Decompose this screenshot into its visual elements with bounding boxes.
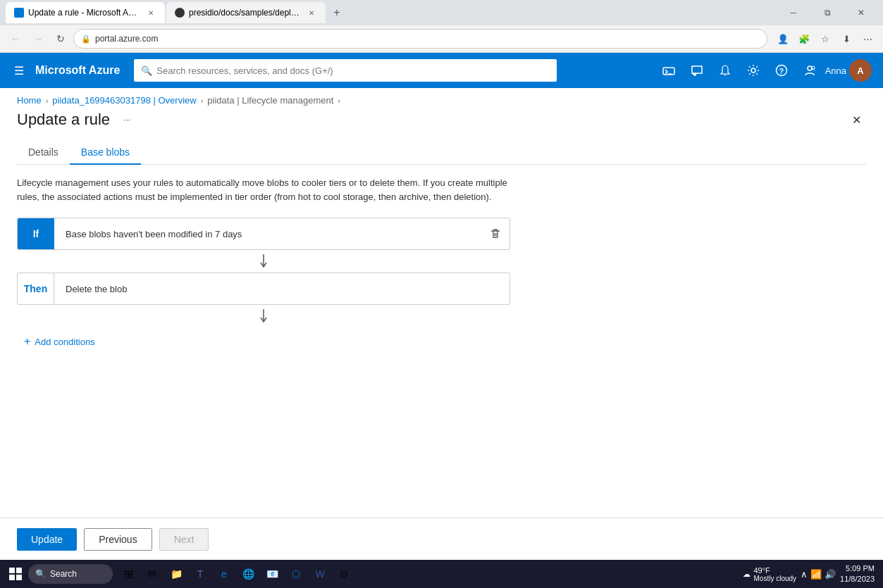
then-rule-text: Delete the blob bbox=[54, 284, 510, 294]
tab-github-close[interactable]: ✕ bbox=[306, 8, 317, 18]
window-close-button[interactable]: ✕ bbox=[845, 1, 877, 24]
panel-close-button[interactable]: ✕ bbox=[846, 110, 866, 130]
down-arrow-icon-1 bbox=[259, 254, 268, 268]
svg-text:?: ? bbox=[779, 67, 784, 75]
user-initials: A bbox=[857, 65, 863, 76]
tab-azure-close[interactable]: ✕ bbox=[145, 8, 156, 18]
reload-button[interactable]: ↻ bbox=[51, 29, 70, 49]
bell-icon bbox=[719, 64, 731, 77]
extensions-button[interactable]: 🧩 bbox=[794, 29, 814, 49]
add-conditions-button[interactable]: + Add conditions bbox=[20, 333, 99, 350]
plus-icon: + bbox=[24, 336, 30, 347]
forward-button[interactable]: → bbox=[28, 29, 48, 49]
tab-bar: Update a rule - Microsoft Azure ✕ presid… bbox=[0, 0, 883, 25]
more-actions-button[interactable]: ··· bbox=[117, 110, 137, 130]
downloads-button[interactable]: ⬇ bbox=[836, 29, 856, 49]
if-rule-row: If Base blobs haven't been modified in 7… bbox=[17, 218, 510, 250]
user-avatar[interactable]: A bbox=[849, 59, 872, 82]
tab-github-label: presidio/docs/samples/deploy... bbox=[189, 8, 302, 18]
if-badge: If bbox=[18, 218, 54, 249]
url-text: portal.azure.com bbox=[95, 34, 158, 44]
favorites-button[interactable]: ☆ bbox=[815, 29, 835, 49]
cloud-shell-icon bbox=[662, 64, 675, 77]
description-text: Lifecycle management uses your rules to … bbox=[17, 176, 510, 204]
breadcrumb-lifecycle[interactable]: piidata | Lifecycle management bbox=[207, 95, 333, 106]
breadcrumb-sep-3: › bbox=[338, 96, 340, 105]
browser-actions: 👤 🧩 ☆ ⬇ ⋯ bbox=[773, 29, 877, 49]
then-badge: Then bbox=[18, 273, 54, 304]
then-rule-row: Then Delete the blob bbox=[17, 273, 510, 305]
profile-button[interactable]: 👤 bbox=[773, 29, 793, 49]
breadcrumb-home[interactable]: Home bbox=[17, 95, 42, 106]
page-title: Update a rule bbox=[17, 111, 110, 129]
new-tab-button[interactable]: + bbox=[327, 3, 347, 23]
back-button[interactable]: ← bbox=[6, 29, 25, 49]
arrow-down-2 bbox=[17, 305, 510, 327]
tab-azure-label: Update a rule - Microsoft Azure bbox=[28, 8, 141, 18]
add-conditions-row: + Add conditions bbox=[17, 327, 510, 356]
breadcrumb-sep-1: › bbox=[46, 96, 49, 105]
user-name[interactable]: Anna bbox=[825, 65, 846, 76]
azure-search-box[interactable]: 🔍 bbox=[134, 59, 557, 82]
browser-chrome: Update a rule - Microsoft Azure ✕ presid… bbox=[0, 0, 883, 53]
search-input[interactable] bbox=[156, 65, 550, 76]
url-bar[interactable]: 🔒 portal.azure.com bbox=[73, 29, 767, 49]
tab-details[interactable]: Details bbox=[17, 141, 70, 165]
tab-azure[interactable]: Update a rule - Microsoft Azure ✕ bbox=[6, 2, 165, 23]
settings-icon bbox=[747, 64, 760, 77]
search-icon: 🔍 bbox=[141, 65, 152, 76]
if-rule-delete-button[interactable] bbox=[481, 218, 510, 249]
portal-feedback-button[interactable] bbox=[684, 58, 710, 83]
delete-icon bbox=[490, 228, 501, 239]
github-favicon bbox=[175, 8, 185, 18]
tab-github[interactable]: presidio/docs/samples/deploy... ✕ bbox=[166, 2, 326, 23]
notifications-button[interactable] bbox=[712, 58, 738, 83]
previous-button[interactable]: Previous bbox=[84, 528, 152, 551]
address-bar: ← → ↻ 🔒 portal.azure.com 👤 🧩 ☆ ⬇ ⋯ bbox=[0, 25, 883, 52]
feedback-icon bbox=[691, 64, 703, 77]
settings-button[interactable] bbox=[741, 58, 766, 83]
directory-button[interactable] bbox=[797, 58, 822, 83]
page-title-actions: ··· bbox=[117, 110, 137, 130]
rule-builder: If Base blobs haven't been modified in 7… bbox=[17, 218, 510, 356]
help-icon: ? bbox=[775, 64, 788, 77]
nav-icons: ? Anna A bbox=[656, 58, 872, 83]
bottom-bar: Update Previous Next bbox=[0, 518, 883, 560]
lock-icon: 🔒 bbox=[81, 35, 91, 44]
tab-base-blobs[interactable]: Base blobs bbox=[70, 141, 141, 165]
update-button[interactable]: Update bbox=[17, 528, 77, 551]
directory-icon bbox=[803, 64, 816, 77]
if-rule-text: Base blobs haven't been modified in 7 da… bbox=[54, 229, 481, 239]
taskbar: 🔍 Search ⊞ ✉ 📁 T e 🌐 📧 ⬡ W ⊙ ☁ 49°F Most… bbox=[0, 560, 883, 561]
svg-point-5 bbox=[808, 66, 812, 70]
down-arrow-icon-2 bbox=[259, 309, 268, 323]
hamburger-menu[interactable]: ☰ bbox=[11, 61, 27, 80]
browser-settings-button[interactable]: ⋯ bbox=[858, 29, 877, 49]
azure-nav: ☰ Microsoft Azure 🔍 bbox=[0, 53, 883, 88]
azure-brand: Microsoft Azure bbox=[35, 64, 120, 77]
breadcrumb-storage[interactable]: piidata_1699463031798 | Overview bbox=[52, 95, 196, 106]
arrow-down-1 bbox=[17, 250, 510, 273]
add-conditions-label: Add conditions bbox=[35, 337, 94, 347]
next-button: Next bbox=[159, 528, 209, 551]
tabs: Details Base blobs bbox=[17, 141, 866, 165]
help-button[interactable]: ? bbox=[769, 58, 794, 83]
minimize-button[interactable]: ─ bbox=[777, 1, 810, 24]
page-title-row: Update a rule ··· ✕ bbox=[17, 110, 866, 130]
page-content: Home › piidata_1699463031798 | Overview … bbox=[0, 88, 883, 561]
svg-point-2 bbox=[751, 68, 755, 73]
restore-button[interactable]: ⧉ bbox=[811, 1, 844, 24]
breadcrumb-sep-2: › bbox=[201, 96, 204, 105]
cloud-shell-button[interactable] bbox=[656, 58, 681, 83]
azure-favicon bbox=[14, 8, 24, 18]
breadcrumb: Home › piidata_1699463031798 | Overview … bbox=[17, 88, 866, 110]
